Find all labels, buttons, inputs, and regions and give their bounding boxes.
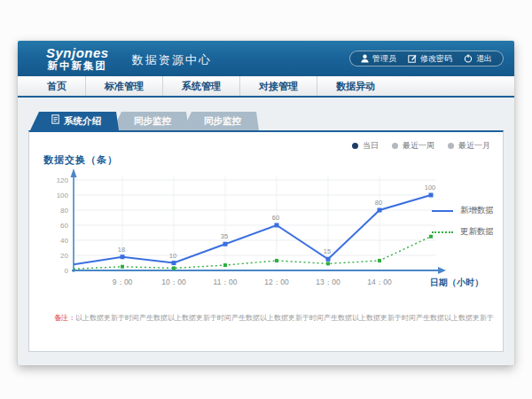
svg-text:日期（小时）: 日期（小时） — [430, 278, 483, 287]
document-icon — [51, 112, 59, 130]
svg-text:14：00: 14：00 — [367, 278, 392, 286]
tab-sync-monitor-2[interactable]: 同步监控 — [183, 112, 259, 130]
green-dotted-swatch — [432, 231, 453, 233]
logo-chinese: 新中新集团 — [48, 60, 108, 71]
svg-text:100: 100 — [57, 192, 69, 200]
radio-unselected-icon — [392, 143, 398, 149]
svg-text:40: 40 — [60, 237, 68, 245]
app-window: Synjones 新中新集团 数据资源中心 管理员 修改密码 — [18, 41, 514, 365]
filter-last-week[interactable]: 最近一周 — [392, 140, 434, 152]
change-password-button[interactable]: 修改密码 — [408, 53, 452, 65]
svg-text:20: 20 — [60, 252, 68, 260]
svg-text:35: 35 — [221, 232, 228, 240]
filter-last-month[interactable]: 最近一月 — [448, 140, 490, 152]
svg-text:9：00: 9：00 — [113, 278, 133, 286]
main-navigation: 首页 标准管理 系统管理 对接管理 数据异动 — [18, 76, 514, 98]
page-title: 数据资源中心 — [132, 52, 212, 68]
legend-new-data: 新增数据 — [432, 205, 494, 216]
blue-line-swatch — [432, 210, 453, 212]
content-area: 系统介绍 同步监控 同步监控 当日 最近一周 — [18, 98, 514, 352]
svg-text:10：00: 10：00 — [161, 278, 186, 286]
logo-english: Synjones — [46, 46, 109, 60]
svg-text:60: 60 — [272, 214, 279, 222]
svg-text:100: 100 — [425, 184, 436, 192]
legend-updated-data: 更新数据 — [432, 226, 494, 238]
nav-item-home[interactable]: 首页 — [28, 76, 85, 96]
svg-text:80: 80 — [375, 199, 382, 207]
svg-text:80: 80 — [60, 207, 68, 215]
company-logo: Synjones 新中新集团 — [46, 46, 109, 71]
radio-selected-icon — [352, 143, 358, 149]
chart-panel: 当日 最近一周 最近一月 数据交换（条） 0204060801001201810… — [28, 130, 504, 352]
chart-legend: 新增数据 更新数据 — [432, 205, 494, 238]
user-icon — [361, 54, 369, 63]
nav-item-interface-mgmt[interactable]: 对接管理 — [239, 76, 317, 96]
tab-sync-monitor-1[interactable]: 同步监控 — [113, 112, 189, 130]
svg-text:11：00: 11：00 — [214, 278, 238, 286]
svg-text:12：00: 12：00 — [264, 278, 289, 286]
logout-button[interactable]: 退出 — [464, 53, 492, 65]
current-user[interactable]: 管理员 — [361, 53, 396, 65]
nav-item-data-changes[interactable]: 数据异动 — [317, 76, 394, 96]
svg-text:120: 120 — [57, 176, 69, 184]
svg-text:60: 60 — [60, 222, 68, 230]
tab-bar: 系统介绍 同步监控 同步监控 — [28, 112, 504, 130]
svg-text:0: 0 — [65, 267, 69, 275]
exchange-line-chart: 0204060801001201810356015801009：0010：001… — [38, 164, 486, 293]
page-background: Synjones 新中新集团 数据资源中心 管理员 修改密码 — [0, 0, 532, 399]
time-range-filters: 当日 最近一周 最近一月 — [352, 140, 490, 152]
chart-container: 0204060801001201810356015801009：0010：001… — [38, 164, 486, 296]
footnote-label: 备注： — [54, 314, 75, 322]
filter-today[interactable]: 当日 — [352, 140, 379, 152]
user-menu: 管理员 修改密码 退出 — [349, 51, 504, 66]
edit-icon — [408, 54, 417, 63]
footnote: 备注：以上数据更新于时间产生数据以上数据更新于时间产生数据以上数据更新于时间产生… — [54, 313, 494, 323]
footnote-text: 以上数据更新于时间产生数据以上数据更新于时间产生数据以上数据更新于时间产生数据以… — [75, 314, 494, 322]
svg-text:10: 10 — [169, 252, 176, 260]
power-icon — [464, 54, 473, 63]
svg-text:18: 18 — [118, 246, 125, 254]
svg-text:15: 15 — [324, 247, 331, 255]
nav-item-system-mgmt[interactable]: 系统管理 — [162, 76, 239, 96]
svg-text:13：00: 13：00 — [316, 278, 340, 286]
radio-unselected-icon — [448, 143, 454, 149]
top-header: Synjones 新中新集团 数据资源中心 管理员 修改密码 — [18, 41, 514, 76]
nav-item-standard-mgmt[interactable]: 标准管理 — [85, 76, 162, 96]
tab-system-intro[interactable]: 系统介绍 — [30, 112, 119, 130]
